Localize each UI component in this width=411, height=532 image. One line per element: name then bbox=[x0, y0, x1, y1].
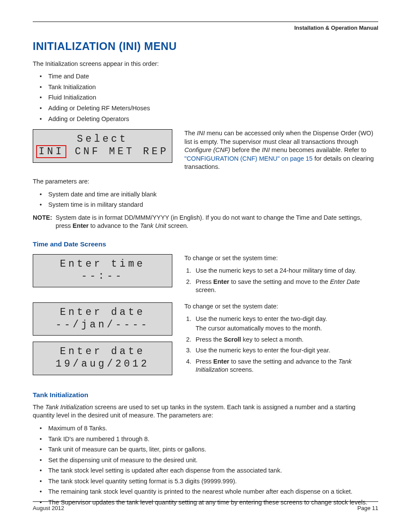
date-intro: To change or set the system date: bbox=[184, 302, 378, 311]
text: Press the bbox=[196, 336, 224, 343]
list-item: Use the numeric keys to enter the four-d… bbox=[193, 346, 378, 355]
lcd-line: --:-- bbox=[36, 270, 169, 283]
lcd-select-screen: Select INI CNF MET REP bbox=[33, 129, 172, 163]
text-italic: INI bbox=[197, 130, 205, 137]
text-italic: Tank Unit bbox=[140, 222, 166, 229]
lcd-line: Enter time bbox=[36, 258, 169, 271]
text-italic: INI bbox=[262, 146, 270, 153]
cross-reference-link[interactable]: "CONFIGURATION (CNF) MENU" on page 15 bbox=[184, 155, 313, 162]
top-rule bbox=[33, 22, 378, 22]
list-item: Press Enter to save the setting and move… bbox=[193, 278, 378, 295]
text: The bbox=[33, 404, 45, 411]
text: Use the numeric keys to enter the two-di… bbox=[196, 315, 327, 322]
text: Press bbox=[196, 358, 213, 365]
running-header: Installation & Operation Manual bbox=[294, 24, 378, 32]
section-heading-tank-init: Tank Initialization bbox=[33, 391, 378, 400]
note-label: NOTE: bbox=[33, 214, 52, 230]
list-item: Press Enter to save the setting and adva… bbox=[193, 358, 378, 374]
text-bold: Enter bbox=[213, 278, 229, 285]
text: menu can be accessed only when the Dispe… bbox=[184, 130, 373, 145]
list-item: Fluid Initialization bbox=[38, 93, 378, 102]
text: to advance to the bbox=[89, 222, 140, 229]
text: before the bbox=[230, 146, 262, 153]
page-title: INITIALIZATION (INI) MENU bbox=[33, 39, 378, 54]
text-bold: Enter bbox=[73, 222, 89, 229]
list-item: System time is in military standard bbox=[38, 201, 378, 209]
lcd-enter-time: Enter time --:-- bbox=[33, 254, 172, 288]
text: Press bbox=[196, 278, 213, 285]
lcd-enter-date-blank: Enter date --/jan/---- bbox=[33, 302, 172, 336]
lcd-line: --/jan/---- bbox=[36, 319, 169, 331]
time-steps: Use the numeric keys to set a 24-hour mi… bbox=[193, 267, 378, 295]
text: to save the setting and advance to the bbox=[229, 358, 338, 365]
list-item: Maximum of 8 Tanks. bbox=[38, 424, 378, 433]
lcd-line: Enter date bbox=[36, 306, 169, 319]
list-item: Adding or Deleting Operators bbox=[38, 115, 378, 124]
lcd-selected-option: INI bbox=[36, 145, 66, 158]
text: screen. bbox=[196, 286, 216, 293]
date-steps: Use the numeric keys to enter the two-di… bbox=[193, 315, 378, 374]
list-item: The tank stock level setting is updated … bbox=[38, 467, 378, 475]
list-item: Tank unit of measure can be quarts, lite… bbox=[38, 445, 378, 454]
text-italic: Configure (CNF) bbox=[184, 146, 230, 153]
text-bold: Enter bbox=[213, 358, 229, 365]
footer-date: August 2012 bbox=[33, 504, 64, 512]
list-item: Set the dispensing unit of measure to th… bbox=[38, 456, 378, 465]
text: key to select a month. bbox=[241, 336, 304, 343]
lcd-line: 19/aug/2012 bbox=[36, 358, 169, 370]
text: screen. bbox=[166, 222, 189, 229]
list-item: Tank Initialization bbox=[38, 83, 378, 92]
text-bold: Scroll bbox=[224, 336, 241, 343]
footer-page-number: Page 11 bbox=[358, 504, 378, 512]
list-item: System date and time are initially blank bbox=[38, 190, 378, 199]
text-italic: Enter Date bbox=[330, 278, 360, 285]
tank-bullet-list: Maximum of 8 Tanks. Tank ID's are number… bbox=[38, 424, 378, 507]
page-footer: August 2012 Page 11 bbox=[33, 501, 378, 512]
list-item: Use the numeric keys to set a 24-hour mi… bbox=[193, 267, 378, 275]
list-item: Use the numeric keys to enter the two-di… bbox=[193, 315, 378, 333]
lcd-enter-date-filled: Enter date 19/aug/2012 bbox=[33, 342, 172, 375]
intro-text: The Initialization screens appear in thi… bbox=[33, 60, 378, 68]
ini-menu-paragraph: The INI menu can be accessed only when t… bbox=[184, 129, 378, 171]
section-heading-time-date: Time and Date Screens bbox=[33, 240, 378, 249]
lcd-line: Select bbox=[36, 133, 169, 146]
params-intro: The parameters are: bbox=[33, 177, 378, 186]
text: The cursor automatically moves to the mo… bbox=[196, 324, 378, 333]
lcd-line: INI CNF MET REP bbox=[36, 146, 168, 158]
lcd-options: CNF MET REP bbox=[66, 146, 169, 157]
text: screens. bbox=[228, 366, 254, 373]
time-intro: To change or set the system time: bbox=[184, 254, 378, 263]
list-item: Press the Scroll key to select a month. bbox=[193, 336, 378, 344]
intro-bullet-list: Time and Date Tank Initialization Fluid … bbox=[38, 72, 378, 123]
list-item: Tank ID's are numbered 1 through 8. bbox=[38, 435, 378, 444]
list-item: The remaining tank stock level quantity … bbox=[38, 488, 378, 496]
params-bullet-list: System date and time are initially blank… bbox=[38, 190, 378, 209]
note-body: System date is in format DD/MMM/YYYY (in… bbox=[56, 214, 378, 230]
text: The bbox=[184, 130, 197, 137]
note-block: NOTE: System date is in format DD/MMM/YY… bbox=[33, 214, 378, 230]
lcd-line: Enter date bbox=[36, 345, 169, 358]
list-item: Adding or Deleting RF Meters/Hoses bbox=[38, 104, 378, 113]
text-italic: Tank Initialization bbox=[45, 404, 93, 411]
list-item: Time and Date bbox=[38, 72, 378, 81]
text: menu becomes available. Refer to bbox=[270, 146, 366, 153]
text: to save the setting and move to the bbox=[229, 278, 330, 285]
list-item: The tank stock level quantity setting fo… bbox=[38, 477, 378, 486]
tank-init-paragraph: The Tank Initialization screens are used… bbox=[33, 403, 378, 420]
